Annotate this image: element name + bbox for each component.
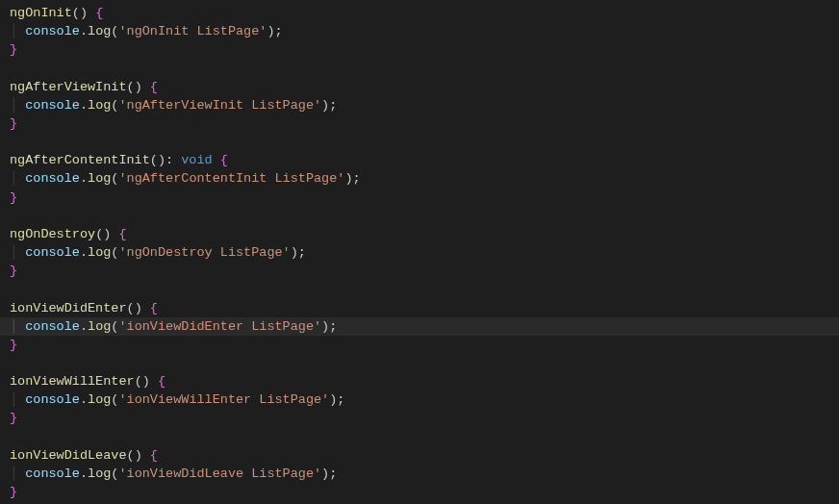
code-line[interactable]: }: [10, 336, 829, 354]
blank-line: [10, 354, 829, 372]
code-line[interactable]: ionViewDidLeave() {: [10, 446, 829, 465]
code-line[interactable]: ionViewDidEnter() {: [10, 299, 829, 317]
code-line[interactable]: }: [10, 40, 829, 59]
code-editor[interactable]: ngOnInit() {│ console.log('ngOnInit List…: [0, 0, 839, 504]
code-line[interactable]: ngAfterViewInit() {: [10, 78, 829, 96]
code-line[interactable]: │ console.log('ngAfterViewInit ListPage'…: [10, 96, 829, 114]
blank-line: [10, 59, 829, 77]
code-line[interactable]: ionViewWillEnter() {: [10, 372, 829, 391]
code-line[interactable]: │ console.log('ionViewDidEnter ListPage'…: [0, 317, 839, 336]
blank-line: [10, 280, 829, 298]
code-line[interactable]: ngAfterContentInit(): void {: [10, 151, 829, 169]
code-line[interactable]: │ console.log('ngAfterContentInit ListPa…: [10, 169, 829, 188]
code-line[interactable]: }: [10, 189, 829, 207]
blank-line: [10, 207, 829, 225]
code-line[interactable]: │ console.log('ngOnInit ListPage');: [10, 22, 829, 40]
code-line[interactable]: │ console.log('ionViewDidLeave ListPage'…: [10, 465, 829, 483]
code-line[interactable]: │ console.log('ngOnDestroy ListPage');: [10, 243, 829, 262]
code-line[interactable]: │ console.log('ionViewWillEnter ListPage…: [10, 391, 829, 409]
code-line[interactable]: ngOnInit() {: [10, 4, 829, 22]
code-line[interactable]: ngOnDestroy() {: [10, 225, 829, 243]
blank-line: [10, 428, 829, 446]
code-line[interactable]: }: [10, 409, 829, 427]
code-line[interactable]: }: [10, 262, 829, 280]
blank-line: [10, 133, 829, 151]
code-line[interactable]: }: [10, 483, 829, 501]
code-line[interactable]: }: [10, 114, 829, 133]
